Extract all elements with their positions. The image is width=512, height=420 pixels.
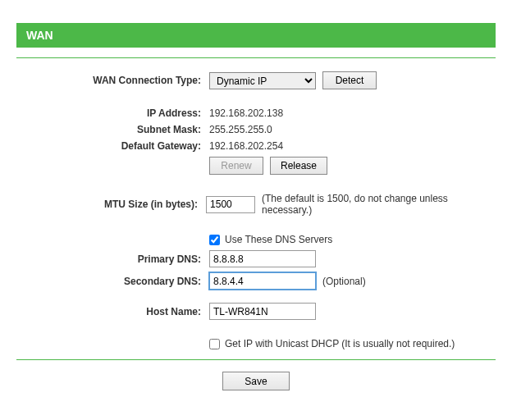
label-subnet-mask: Subnet Mask: <box>16 124 209 135</box>
label-primary-dns: Primary DNS: <box>16 253 209 265</box>
label-host-name: Host Name: <box>16 306 209 317</box>
page-header: WAN <box>16 23 496 48</box>
wan-form: WAN Connection Type: Dynamic IP Detect I… <box>16 71 496 349</box>
label-default-gateway: Default Gateway: <box>16 140 209 152</box>
value-ip-address: 192.168.202.138 <box>209 107 283 119</box>
label-connection-type: WAN Connection Type: <box>16 75 209 86</box>
row-mtu: MTU Size (in bytes): (The default is 150… <box>16 193 496 216</box>
secondary-dns-input[interactable] <box>209 272 316 290</box>
save-button[interactable]: Save <box>222 372 289 390</box>
release-button[interactable]: Release <box>270 157 327 175</box>
host-name-input[interactable] <box>209 303 316 320</box>
row-unicast: Get IP with Unicast DHCP (It is usually … <box>16 338 496 349</box>
page-title: WAN <box>26 29 53 42</box>
label-ip-address: IP Address: <box>16 107 209 119</box>
connection-type-select[interactable]: Dynamic IP <box>209 72 316 89</box>
hint-mtu: (The default is 1500, do not change unle… <box>262 193 496 216</box>
use-dns-label: Use These DNS Servers <box>225 234 332 245</box>
row-default-gateway: Default Gateway: 192.168.202.254 <box>16 140 496 152</box>
mtu-input[interactable] <box>206 196 255 213</box>
row-connection-type: WAN Connection Type: Dynamic IP Detect <box>16 71 496 89</box>
use-dns-checkbox[interactable] <box>209 235 220 245</box>
primary-dns-input[interactable] <box>209 250 316 267</box>
row-primary-dns: Primary DNS: <box>16 250 496 267</box>
unicast-checkbox[interactable] <box>209 339 220 349</box>
value-default-gateway: 192.168.202.254 <box>209 140 283 152</box>
hint-secondary-dns: (Optional) <box>322 276 366 287</box>
label-mtu: MTU Size (in bytes): <box>16 199 206 210</box>
row-save: Save <box>0 372 512 390</box>
row-use-dns: Use These DNS Servers <box>16 234 496 245</box>
row-renew-release: Renew Release <box>16 157 496 175</box>
row-secondary-dns: Secondary DNS: (Optional) <box>16 272 496 290</box>
value-subnet-mask: 255.255.255.0 <box>209 124 272 135</box>
divider-bottom <box>16 359 496 360</box>
label-secondary-dns: Secondary DNS: <box>16 276 209 287</box>
row-host-name: Host Name: <box>16 303 496 320</box>
row-ip-address: IP Address: 192.168.202.138 <box>16 107 496 119</box>
renew-button[interactable]: Renew <box>209 157 263 175</box>
row-subnet-mask: Subnet Mask: 255.255.255.0 <box>16 124 496 135</box>
divider-top <box>16 57 496 58</box>
detect-button[interactable]: Detect <box>322 71 377 89</box>
unicast-label: Get IP with Unicast DHCP (It is usually … <box>225 338 455 349</box>
